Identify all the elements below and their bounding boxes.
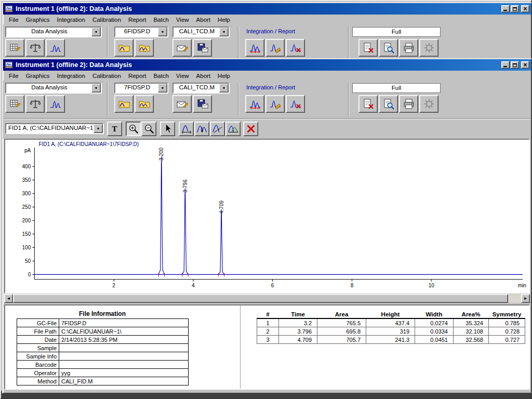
menu-item-abort[interactable]: Abort [193,72,215,80]
menubar: FileGraphicsIntegrationCalibrationReport… [3,71,531,81]
window-2-titlebar[interactable]: Instrument 1 (offline 2): Data Analysis … [3,59,531,71]
calibration-view-button[interactable] [25,39,45,57]
method-dropdown-button[interactable]: ▼ [219,28,229,36]
menu-item-help[interactable]: Help [214,16,234,24]
report-preview-button[interactable] [379,95,398,113]
peak-cell: 3.796 [279,327,317,336]
menu-item-batch[interactable]: Batch [150,16,172,24]
integration-pencil-icon [269,42,282,54]
scroll-right-button[interactable]: ► [521,294,530,303]
menu-item-graphics[interactable]: Graphics [22,72,54,80]
view-scope-field[interactable]: Full [352,83,441,93]
menu-item-integration[interactable]: Integration [54,72,89,80]
overlay-signal-button[interactable] [135,39,154,57]
save-method-button[interactable] [193,95,212,113]
maximize-button[interactable] [511,61,519,69]
close-button[interactable]: × [521,5,529,12]
peak-tangent-icon [212,123,223,135]
maximize-button[interactable] [511,5,519,12]
svg-text:10: 10 [429,283,435,288]
peaks-header-cell: Height [366,311,415,318]
close-button[interactable]: × [521,61,529,69]
remove-integration-button[interactable] [286,39,305,57]
integration-events-button[interactable] [265,39,285,57]
menu-item-view[interactable]: View [172,16,193,24]
mode-combo-dropdown-button[interactable]: ▼ [91,84,101,92]
file-info-value [59,352,189,361]
menu-item-file[interactable]: File [5,72,22,80]
signal-dropdown-button[interactable]: ▼ [94,124,103,133]
menu-item-help[interactable]: Help [214,72,234,80]
menu-item-calibration[interactable]: Calibration [89,16,125,24]
drop-baseline-button[interactable] [194,122,209,136]
integrate-button[interactable] [245,95,264,113]
minimize-button[interactable] [501,5,510,12]
mode-combo[interactable]: Data Analysis ▼ [5,83,102,94]
signal-view-button[interactable] [46,95,65,113]
tangent-skim-button[interactable] [210,122,225,136]
chromatogram-plot[interactable]: FID1 A, (C:\CALFID\JANUAR~1\7FIDSP.D)050… [5,140,529,292]
window-1-titlebar[interactable]: Instrument 1 (offline 2): Data Analysis … [3,3,531,15]
edit-method-button[interactable] [172,39,192,57]
menu-item-batch[interactable]: Batch [150,72,172,80]
minimize-button[interactable] [501,61,510,69]
horizontal-scrollbar[interactable]: ◄ ► [4,294,530,303]
menu-item-report[interactable]: Report [125,16,150,24]
delete-peak-button[interactable] [243,122,258,136]
data-file-combo-value: 6FIDSP.D [116,28,158,34]
pointer-button[interactable] [160,122,175,136]
load-signal-button[interactable] [114,95,134,113]
zoom-in-button[interactable] [126,122,141,136]
menu-item-abort[interactable]: Abort [193,16,215,24]
data-analysis-view-button[interactable] [5,39,24,57]
report-preview-button[interactable] [379,39,398,57]
signal-view-button[interactable] [46,39,65,57]
data-analysis-view-button[interactable] [5,95,24,113]
view-scope-field[interactable]: Full [352,27,441,37]
peak-cell: 437.4 [366,318,415,327]
method-combo[interactable]: CALI_TCD.M ▼ [172,26,230,37]
integrate-button[interactable] [245,39,264,57]
toolbar-separator [348,82,349,116]
mode-combo[interactable]: Data Analysis ▼ [5,26,102,37]
menu-item-report[interactable]: Report [125,72,150,80]
menu-item-view[interactable]: View [172,72,193,80]
print-button[interactable] [399,39,418,57]
peaks-header-cell: Time [279,311,317,318]
manual-baseline-button[interactable] [179,122,194,136]
split-peak-button[interactable] [225,122,241,136]
data-file-dropdown-button[interactable]: ▼ [158,84,167,92]
method-dropdown-button[interactable]: ▼ [219,84,229,92]
menu-item-calibration[interactable]: Calibration [89,72,125,80]
scroll-left-button[interactable]: ◄ [4,294,13,303]
menu-item-graphics[interactable]: Graphics [22,16,54,24]
overlay-signal-button[interactable] [135,95,154,113]
load-signal-button[interactable] [114,39,134,57]
svg-text:3.200: 3.200 [158,148,164,161]
printer-icon [402,98,416,110]
svg-text:pA: pA [24,148,31,153]
edit-method-button[interactable] [172,95,192,113]
data-file-dropdown-button[interactable]: ▼ [158,28,167,36]
integration-events-button[interactable] [265,95,285,113]
gear-icon [422,98,436,110]
data-file-combo[interactable]: 7FIDSP.D ▼ [114,83,168,94]
annotate-button[interactable]: T [107,122,122,136]
signal-combo[interactable]: FID1 A, (C:\CALFID\JANUAR~1 ▼ [5,123,104,134]
zoom-out-button[interactable] [141,122,156,136]
mode-combo-dropdown-button[interactable]: ▼ [91,28,101,36]
table-pen-icon [8,98,22,110]
calibration-view-button[interactable] [25,95,45,113]
file-info-row: Sample Info [17,352,189,361]
data-file-combo[interactable]: 6FIDSP.D ▼ [114,26,168,37]
report-button[interactable] [358,39,378,57]
print-button[interactable] [399,95,418,113]
folder-peaks-icon [138,98,151,110]
scrollbar-thumb[interactable] [13,294,508,303]
menu-item-file[interactable]: File [5,16,22,24]
menu-item-integration[interactable]: Integration [54,16,89,24]
method-combo[interactable]: CALI_TCD.M ▼ [172,83,230,94]
remove-integration-button[interactable] [286,95,305,113]
report-button[interactable] [358,95,378,113]
save-method-button[interactable] [193,39,212,57]
